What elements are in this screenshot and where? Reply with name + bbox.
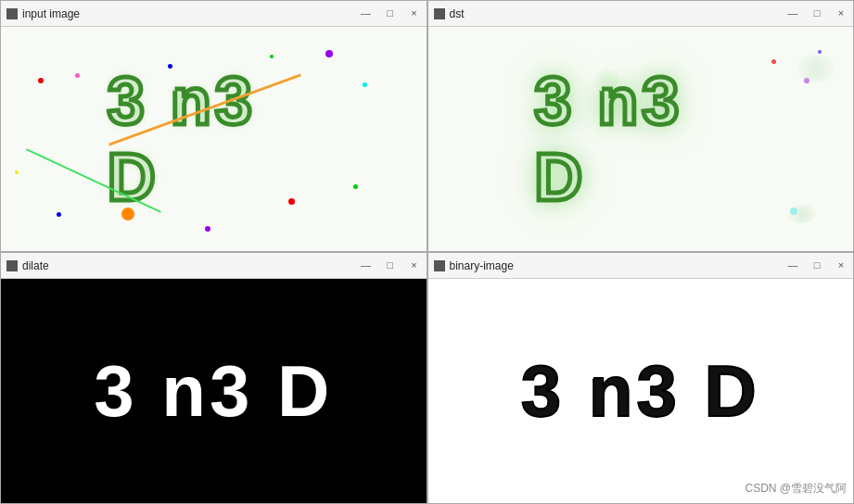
minimize-btn-dst[interactable]: — <box>786 8 799 19</box>
canvas-binary: 3 n3 D <box>428 279 854 503</box>
window-binary: binary-image — □ × 3 n3 D <box>427 252 855 504</box>
maximize-btn-dst[interactable]: □ <box>810 8 823 19</box>
minimize-btn-binary[interactable]: — <box>786 260 799 271</box>
close-btn-dilate[interactable]: × <box>408 260 421 271</box>
close-btn-dst[interactable]: × <box>835 8 848 19</box>
titlebar-dst[interactable]: dst — □ × <box>428 1 854 27</box>
noise-dot <box>771 59 776 64</box>
minimize-btn-dilate[interactable]: — <box>360 260 373 271</box>
text-3n3d-dst: 3 n3 D <box>534 64 682 214</box>
glow-blob <box>797 55 835 82</box>
noise-dot <box>38 78 44 83</box>
canvas-dst: 3 n3 D <box>428 27 854 251</box>
content-dilate: 3 n3 D <box>1 279 427 503</box>
maximize-btn-binary[interactable]: □ <box>810 260 823 271</box>
minimize-btn-input[interactable]: — <box>360 8 373 19</box>
window-dst: dst — □ × 3 n3 D <box>427 0 855 252</box>
title-dst: dst <box>450 7 787 20</box>
canvas-dilate: 3 n3 D <box>1 279 427 503</box>
title-binary: binary-image <box>450 259 787 272</box>
noise-dot <box>353 184 358 189</box>
canvas-input: 3 n3 D <box>1 27 427 251</box>
window-input-image: input image — □ × 3 <box>0 0 427 252</box>
noise-dot <box>270 55 274 58</box>
glow-blob <box>788 205 816 223</box>
titlebar-input-image[interactable]: input image — □ × <box>1 1 427 27</box>
content-dst: 3 n3 D <box>428 27 854 251</box>
window-controls-dst: — □ × <box>786 8 848 19</box>
titlebar-dilate[interactable]: dilate — □ × <box>1 253 427 279</box>
text-3n3d-input: 3 n3 D <box>108 64 256 214</box>
close-btn-binary[interactable]: × <box>835 260 848 271</box>
window-controls-dilate: — □ × <box>360 260 421 271</box>
title-input-image: input image <box>22 7 360 20</box>
window-icon-dst <box>434 8 445 19</box>
noise-dot <box>818 50 822 54</box>
window-dilate: dilate — □ × 3 n3 D <box>0 252 427 504</box>
content-input-image: 3 n3 D <box>1 27 427 251</box>
maximize-btn-dilate[interactable]: □ <box>384 260 397 271</box>
text-3n3d-dilate: 3 n3 D <box>94 349 333 434</box>
window-icon-binary <box>434 260 445 271</box>
noise-dot <box>325 50 333 57</box>
window-icon-input <box>6 8 18 19</box>
titlebar-binary[interactable]: binary-image — □ × <box>428 253 854 279</box>
text-3n3d-binary: 3 n3 D <box>521 349 760 434</box>
noise-dot <box>15 170 19 174</box>
window-icon-dilate <box>6 260 18 271</box>
noise-dot <box>205 226 210 232</box>
noise-dot <box>57 212 61 217</box>
content-binary: 3 n3 D <box>428 279 854 503</box>
window-controls-input: — □ × <box>360 8 421 19</box>
maximize-btn-input[interactable]: □ <box>384 8 397 19</box>
window-controls-binary: — □ × <box>786 260 848 271</box>
noise-dot <box>75 73 80 78</box>
noise-dot <box>363 82 367 87</box>
title-dilate: dilate <box>22 259 360 272</box>
close-btn-input[interactable]: × <box>408 8 421 19</box>
